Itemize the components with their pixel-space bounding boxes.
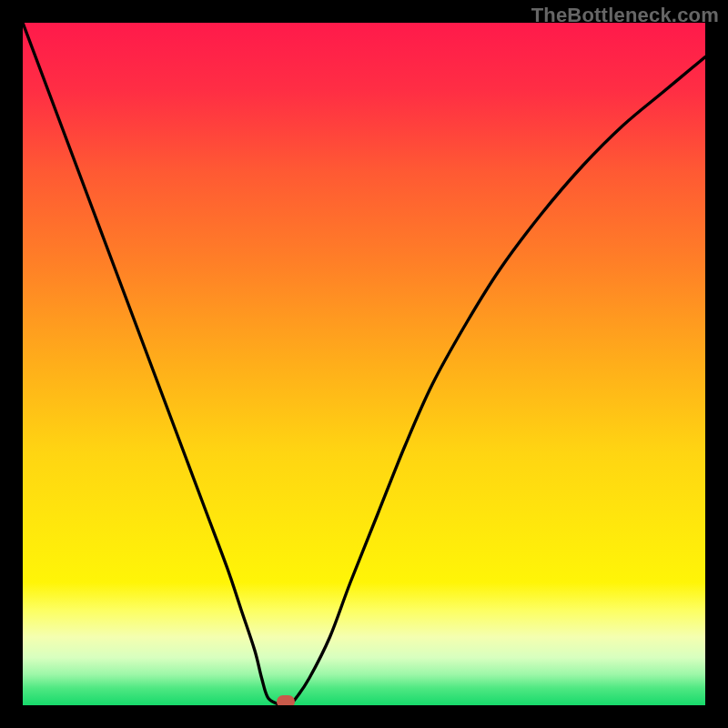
chart-frame: TheBottleneck.com — [0, 0, 728, 728]
plot-area — [23, 23, 705, 705]
optimal-point-marker — [277, 695, 295, 705]
bottleneck-curve — [23, 23, 705, 705]
watermark-text: TheBottleneck.com — [531, 4, 719, 27]
